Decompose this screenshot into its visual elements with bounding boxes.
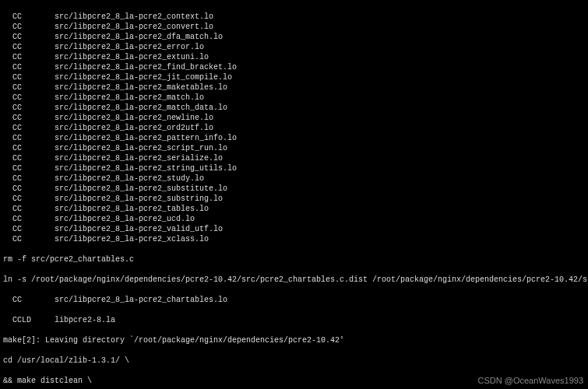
cc-compile-line: CC src/libpcre2_8_la-pcre2_maketables.lo xyxy=(3,82,585,93)
cc-compile-line: CC src/libpcre2_8_la-pcre2_match.lo xyxy=(3,93,585,103)
cc-compile-line: CC src/libpcre2_8_la-pcre2_substring.lo xyxy=(3,194,585,204)
make-line: make[2]: Leaving directory `/root/packag… xyxy=(3,335,585,345)
cc-compile-line: CC src/libpcre2_8_la-pcre2_script_run.lo xyxy=(3,143,585,153)
terminal-output[interactable]: CC src/libpcre2_8_la-pcre2_context.lo CC… xyxy=(0,0,588,389)
rm-line: rm -f src/pcre2_chartables.c xyxy=(3,254,585,265)
cc-compile-line: CC src/libpcre2_8_la-pcre2_valid_utf.lo xyxy=(3,224,585,234)
cc-compile-line: CC src/libpcre2_8_la-pcre2_serialize.lo xyxy=(3,153,585,163)
cc-compile-line: CC src/libpcre2_8_la-pcre2_jit_compile.l… xyxy=(3,72,585,82)
cc-compile-line: CC src/libpcre2_8_la-pcre2_string_utils.… xyxy=(3,163,585,173)
cc-compile-line: CC src/libpcre2_8_la-pcre2_convert.lo xyxy=(3,22,585,32)
cc-compile-line: CC src/libpcre2_8_la-pcre2_dfa_match.lo xyxy=(3,32,585,42)
cc-compile-line: CC src/libpcre2_8_la-pcre2_find_bracket.… xyxy=(3,62,585,72)
make-line: cd /usr/local/zlib-1.3.1/ \ xyxy=(3,356,585,366)
cc-compile-line: CC src/libpcre2_8_la-pcre2_study.lo xyxy=(3,173,585,184)
cc-compile-line: CC src/libpcre2_8_la-pcre2_newline.lo xyxy=(3,113,585,123)
cc-compile-line: CC src/libpcre2_8_la-pcre2_ucd.lo xyxy=(3,214,585,224)
cc-compile-line: CC src/libpcre2_8_la-pcre2_tables.lo xyxy=(3,204,585,214)
cc-compile-line: CC src/libpcre2_8_la-pcre2_match_data.lo xyxy=(3,103,585,113)
ccld-line: CCLD libpcre2-8.la xyxy=(3,315,585,325)
cc-compile-line: CC src/libpcre2_8_la-pcre2_xclass.lo xyxy=(3,234,585,244)
cc-compile-line: CC src/libpcre2_8_la-pcre2_ord2utf.lo xyxy=(3,123,585,133)
cc-compile-line: CC src/libpcre2_8_la-pcre2_context.lo xyxy=(3,12,585,22)
cc-chartables: CC src/libpcre2_8_la-pcre2_chartables.lo xyxy=(3,295,585,305)
cc-compile-line: CC src/libpcre2_8_la-pcre2_pattern_info.… xyxy=(3,133,585,143)
cc-compile-line: CC src/libpcre2_8_la-pcre2_substitute.lo xyxy=(3,184,585,194)
ln-line: ln -s /root/package/nginx/dependencies/p… xyxy=(3,275,585,285)
cc-compile-line: CC src/libpcre2_8_la-pcre2_extuni.lo xyxy=(3,52,585,62)
cc-compile-line: CC src/libpcre2_8_la-pcre2_error.lo xyxy=(3,42,585,52)
watermark: CSDN @OceanWaves1993 xyxy=(478,376,583,386)
